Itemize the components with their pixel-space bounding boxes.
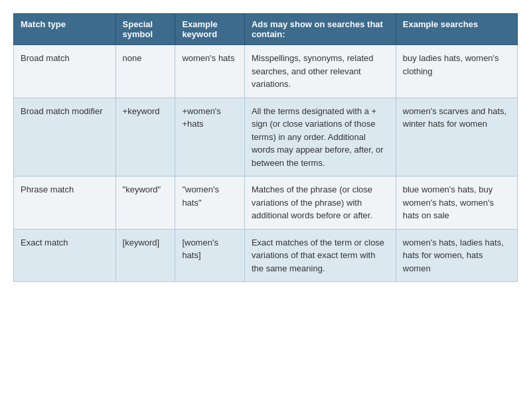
table-header-row: Match type Special symbol Example keywor… — [14, 14, 518, 45]
phrase-match-type-cell: Phrase match — [14, 176, 116, 230]
match-type-table: Match type Special symbol Example keywor… — [13, 13, 518, 282]
exact-match-keyword-cell: [women's hats] — [175, 229, 245, 282]
phrase-match-row: Phrase match "keyword" "women's hats" Ma… — [14, 176, 518, 230]
exact-match-examples-cell: women's hats, ladies hats, hats for wome… — [396, 229, 517, 282]
broad-match-ads-cell: Misspellings, synonyms, related searches… — [244, 45, 396, 98]
broad-match-keyword-cell: women's hats — [175, 45, 245, 98]
phrase-match-keyword-cell: "women's hats" — [175, 176, 245, 230]
special-symbol-header: Special symbol — [115, 14, 175, 45]
bmm-type-cell: Broad match modifier — [14, 98, 116, 176]
phrase-match-ads-cell: Matches of the phrase (or close variatio… — [244, 176, 396, 230]
exact-match-row: Exact match [keyword] [women's hats] Exa… — [14, 229, 518, 282]
exact-match-symbol-cell: [keyword] — [115, 229, 175, 282]
phrase-match-examples-cell: blue women's hats, buy women's hats, wom… — [396, 176, 517, 230]
broad-match-type-cell: Broad match — [14, 45, 116, 98]
broad-match-row: Broad match none women's hats Misspellin… — [14, 45, 518, 98]
exact-match-type-cell: Exact match — [14, 229, 116, 282]
ads-show-header: Ads may show on searches that contain: — [244, 14, 396, 45]
bmm-keyword-cell: +women's +hats — [175, 98, 245, 176]
match-type-header: Match type — [14, 14, 116, 45]
broad-match-examples-cell: buy ladies hats, women's clothing — [396, 45, 517, 98]
exact-match-ads-cell: Exact matches of the term or close varia… — [244, 229, 396, 282]
example-searches-header: Example searches — [396, 14, 517, 45]
phrase-match-symbol-cell: "keyword" — [115, 176, 175, 230]
bmm-symbol-cell: +keyword — [115, 98, 175, 176]
bmm-examples-cell: women's scarves and hats, winter hats fo… — [396, 98, 517, 176]
example-keyword-header: Example keyword — [175, 14, 245, 45]
bmm-ads-cell: All the terms designated with a + sign (… — [244, 98, 396, 176]
broad-match-modifier-row: Broad match modifier +keyword +women's +… — [14, 98, 518, 176]
broad-match-symbol-cell: none — [115, 45, 175, 98]
